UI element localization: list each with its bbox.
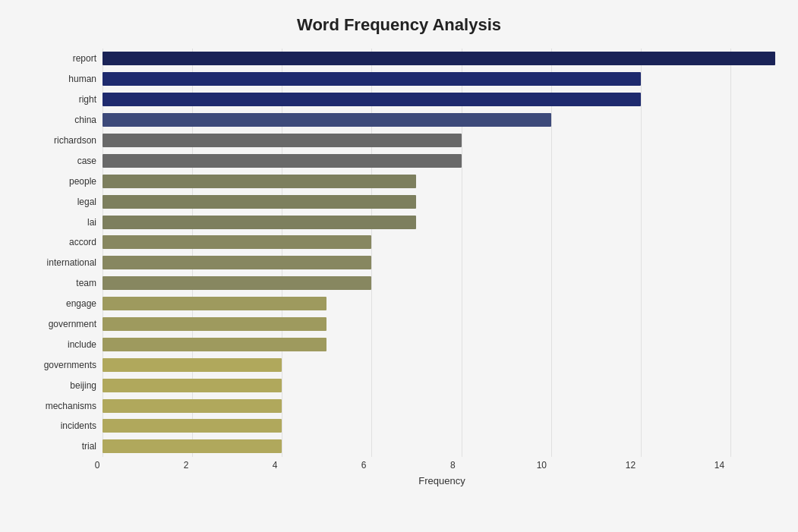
y-label: richardson <box>54 132 96 149</box>
bar-row <box>103 377 775 394</box>
x-axis-area: 02468101214 Frequency <box>109 457 775 486</box>
y-label: lai <box>87 214 96 231</box>
x-tick-label: 2 <box>175 460 197 471</box>
bar <box>103 113 551 127</box>
x-tick-label: 14 <box>708 460 730 471</box>
x-tick-label: 10 <box>530 460 553 471</box>
bar-row <box>103 71 775 87</box>
y-labels: reporthumanrightchinarichardsoncasepeopl… <box>23 49 103 457</box>
chart-container: Word Frequency Analysis reporthumanright… <box>0 0 798 532</box>
bars-rows <box>103 49 775 457</box>
bar-row <box>103 438 775 455</box>
y-label: governments <box>44 357 96 373</box>
bar <box>103 439 282 453</box>
y-label: report <box>73 50 96 67</box>
bar-row <box>103 316 775 332</box>
chart-body: reporthumanrightchinarichardsoncasepeopl… <box>23 49 775 486</box>
bar <box>103 235 371 249</box>
x-tick-labels: 02468101214 <box>109 457 775 472</box>
bar <box>103 297 326 310</box>
bar-row <box>103 194 775 210</box>
bar <box>103 93 641 106</box>
y-label: human <box>68 71 96 87</box>
bar-row <box>103 173 775 190</box>
bar-row <box>103 275 775 291</box>
bar-row <box>103 132 775 149</box>
bar-row <box>103 153 775 169</box>
bar-row <box>103 336 775 353</box>
y-label: right <box>79 91 96 108</box>
y-label: legal <box>77 194 96 210</box>
x-tick-label: 12 <box>619 460 642 471</box>
x-tick-label: 6 <box>352 460 375 471</box>
y-label: international <box>47 254 96 271</box>
y-label: beijing <box>70 377 96 394</box>
y-label: incidents <box>61 417 96 434</box>
x-axis-label: Frequency <box>109 475 775 486</box>
y-label: china <box>74 112 96 128</box>
bar-row <box>103 214 775 231</box>
y-label: case <box>77 153 96 169</box>
y-label: trial <box>82 438 96 455</box>
bar-row <box>103 254 775 271</box>
chart-title: Word Frequency Analysis <box>23 15 775 35</box>
bar <box>103 195 416 209</box>
y-label: people <box>69 173 96 190</box>
bar-row <box>103 50 775 67</box>
y-label: mechanisms <box>46 398 96 414</box>
bar <box>103 134 462 147</box>
bar-row <box>103 295 775 312</box>
y-label: team <box>76 275 96 291</box>
x-tick-label: 4 <box>263 460 286 471</box>
bar <box>103 52 775 65</box>
y-label: include <box>68 336 96 353</box>
bar <box>103 175 416 188</box>
y-label: government <box>49 316 96 332</box>
bar <box>103 419 282 433</box>
bar <box>103 338 326 351</box>
bars-and-grid <box>103 49 775 457</box>
x-tick-label: 0 <box>86 460 109 471</box>
bars-area: reporthumanrightchinarichardsoncasepeopl… <box>23 49 775 457</box>
bar-row <box>103 112 775 128</box>
bar-row <box>103 234 775 250</box>
bar <box>103 72 641 86</box>
x-tick-label: 8 <box>441 460 464 471</box>
y-label: engage <box>66 295 96 312</box>
bar <box>103 358 282 372</box>
bar <box>103 256 371 269</box>
bar <box>103 276 371 290</box>
bar <box>103 154 462 168</box>
bar <box>103 379 282 392</box>
y-label: accord <box>69 234 96 250</box>
bar-row <box>103 91 775 108</box>
bar <box>103 216 416 229</box>
bar-row <box>103 398 775 414</box>
bar-row <box>103 417 775 434</box>
bar-row <box>103 357 775 373</box>
bar <box>103 317 326 331</box>
bar <box>103 399 282 413</box>
